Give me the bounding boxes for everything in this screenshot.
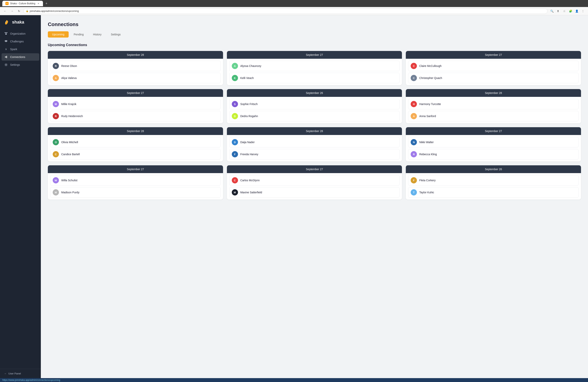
connection-card: September 28DDaija NaderFFreeda Harvey [227,127,402,161]
person-row[interactable]: AAliya Valieva [50,73,221,83]
status-url: https://www.joinshaka.app/admin/connecti… [2,379,60,382]
person-name: Sophie Fritsch [240,103,258,106]
person-row[interactable]: CChristopher Quach [408,73,579,83]
person-row[interactable]: RRudy Heidenreich [50,111,221,121]
person-row[interactable]: NNikki Walter [408,137,579,148]
svg-rect-2 [5,34,7,35]
person-name: Olivia Mitchell [61,141,78,144]
back-button[interactable]: ← [2,8,8,14]
extensions-icon[interactable]: 🧩 [568,8,573,14]
card-header: September 28 [406,89,581,97]
avatar: C [411,75,417,81]
person-row[interactable]: AAlyssa Chauncey [229,61,400,71]
new-tab-button[interactable]: + [44,1,48,6]
avatar: M [53,101,59,107]
person-name: Daija Nader [240,141,255,144]
person-row[interactable]: TTaylor Kuhic [408,187,579,198]
avatar: C [411,63,417,69]
sidebar-item-connections[interactable]: Connections [1,53,39,61]
connection-card: September 27MMillie KrajcikRRudy Heidenr… [48,89,223,123]
card-body: HHarmony TurcotteAAnna Sanford [406,97,581,123]
person-row[interactable]: CCarlos McGlynn [229,175,400,186]
person-row[interactable]: MMadison Purdy [50,187,221,198]
card-header: September 26 [406,165,581,173]
person-name: Freeda Harvey [240,153,258,156]
card-body: RReese OlsonAAliya Valieva [48,59,223,85]
person-row[interactable]: CClaire McCullough [408,61,579,71]
person-name: Madison Purdy [61,191,79,194]
person-name: Millie Krajcik [61,103,76,106]
person-name: Fleta Corkery [419,179,436,182]
person-name: Aliya Valieva [61,76,77,80]
avatar: C [53,151,59,157]
avatar: M [53,189,59,195]
person-row[interactable]: MMaxine Satterfield [229,187,400,198]
card-header: September 28 [227,127,402,135]
connections-grid: September 28RReese OlsonAAliya ValievaSe… [48,51,581,200]
sidebar-item-organization[interactable]: Organization [1,30,39,37]
sidebar-item-spark[interactable]: Spark [1,45,39,53]
section-title: Upcoming Connections [48,43,581,47]
profile-icon[interactable]: 👤 [574,8,579,14]
shaka-logo-icon [4,19,10,25]
avatar: T [411,189,417,195]
svg-line-10 [6,57,6,57]
tab-history[interactable]: History [89,31,106,38]
avatar: A [411,113,417,119]
bookmark-icon[interactable]: ☆ [562,8,567,14]
person-name: Dedra Rogahn [240,115,258,118]
person-row[interactable]: SSophie Fritsch [229,99,400,109]
card-body: AAlyssa ChaunceyKKelli Veach [227,59,402,85]
person-row[interactable]: FFreeda Harvey [229,149,400,159]
person-row[interactable]: MMillie Krajcik [50,99,221,109]
tab-pending[interactable]: Pending [69,31,88,38]
person-row[interactable]: WWilla Schulist [50,175,221,186]
card-header: September 26 [227,89,402,97]
sidebar-logo: shaka [0,15,41,30]
avatar: R [53,113,59,119]
person-row[interactable]: KKelli Veach [229,73,400,83]
share-icon[interactable]: ⬆ [555,8,561,14]
svg-rect-1 [6,32,7,33]
person-row[interactable]: AAnna Sanford [408,111,579,121]
user-panel-link[interactable]: → User Panel [4,372,37,375]
org-icon [4,32,8,35]
person-row[interactable]: DDaija Nader [229,137,400,148]
tab-favicon [5,2,9,5]
sidebar-item-challenges[interactable]: Challenges [1,38,39,45]
address-bar[interactable]: 🔒 joinshaka.app/admin/connections/upcomi… [23,8,547,14]
person-row[interactable]: RReese Olson [50,61,221,71]
card-body: DDaija NaderFFreeda Harvey [227,135,402,161]
person-row[interactable]: RRebecca Kling [408,149,579,159]
browser-top-bar: Shaka - Culture Building ✕ + [0,0,588,7]
sidebar-item-settings[interactable]: Settings [1,61,39,68]
sidebar-footer[interactable]: → User Panel [0,369,41,378]
sidebar-nav: Organization Challenges Spark Connection… [0,30,41,369]
card-body: NNikki WalterRRebecca Kling [406,135,581,161]
sidebar-item-label: Challenges [10,40,24,43]
trophy-icon [4,40,8,43]
svg-point-6 [5,57,6,57]
person-row[interactable]: HHarmony Turcotte [408,99,579,109]
card-body: CClaire McCulloughCChristopher Quach [406,59,581,85]
tab-upcoming[interactable]: Upcoming [48,31,69,38]
person-row[interactable]: OOlivia Mitchell [50,137,221,148]
person-name: Reese Olson [61,64,77,67]
search-icon[interactable]: 🔍 [549,8,555,14]
card-body: FFleta CorkeryTTaylor Kuhic [406,173,581,200]
person-row[interactable]: FFleta Corkery [408,175,579,186]
avatar: C [232,177,238,183]
menu-icon[interactable]: ⋮ [580,8,586,14]
status-bar: https://www.joinshaka.app/admin/connecti… [0,378,588,382]
tab-settings[interactable]: Settings [106,31,125,38]
tab-close-button[interactable]: ✕ [37,2,40,5]
forward-button[interactable]: → [9,8,15,14]
nav-actions: 🔍 ⬆ ☆ 🧩 👤 ⋮ [549,8,586,14]
card-body: MMillie KrajcikRRudy Heidenreich [48,97,223,123]
person-row[interactable]: DDedra Rogahn [229,111,400,121]
browser-tab[interactable]: Shaka - Culture Building ✕ [2,1,43,6]
connection-card: September 27CCarlos McGlynnMMaxine Satte… [227,165,402,200]
app-container: shaka Organization Challenges Spark [0,15,588,378]
reload-button[interactable]: ↻ [16,8,22,14]
person-row[interactable]: CCandice Bartell [50,149,221,159]
